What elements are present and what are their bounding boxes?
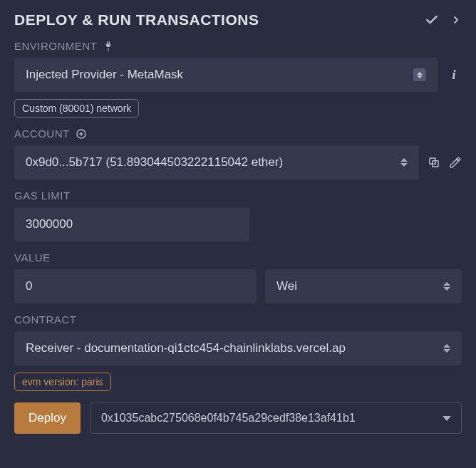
environment-select[interactable]: Injected Provider - MetaMask [14,58,438,92]
account-select[interactable]: 0x9d0...5b717 (51.893044503222115042 eth… [14,145,419,180]
gas-limit-label: GAS LIMIT [14,189,71,202]
account-section: ACCOUNT 0x9d0...5b717 (51.89304450322211… [14,128,462,180]
deploy-address-value: 0x1035cabc275068e0f4b745a29cedf38e13af41… [101,412,356,425]
panel-header: DEPLOY & RUN TRANSACTIONS [14,11,462,28]
deploy-button[interactable]: Deploy [14,402,81,434]
value-input[interactable] [14,269,257,303]
contract-selected: Receiver - documentation-qi1ctc454-chain… [26,341,443,355]
account-label: ACCOUNT [14,128,70,140]
updown-icon [443,344,450,353]
plug-icon [103,41,114,52]
evm-version-badge: evm version: paris [14,373,111,391]
edit-icon[interactable] [449,156,462,169]
value-section: VALUE Wei [14,251,462,303]
account-selected: 0x9d0...5b717 (51.893044503222115042 eth… [26,155,283,170]
network-badge: Custom (80001) network [14,99,139,118]
contract-label: CONTRACT [14,313,76,326]
environment-selected: Injected Provider - MetaMask [26,68,183,82]
gas-limit-section: GAS LIMIT [14,189,462,241]
add-account-icon[interactable] [76,128,87,140]
updown-icon [413,68,426,81]
environment-label: ENVIRONMENT [14,40,97,52]
updown-icon [400,158,408,167]
contract-select[interactable]: Receiver - documentation-qi1ctc454-chain… [14,331,462,365]
value-label: VALUE [14,251,51,264]
header-actions [425,13,462,27]
environment-section: ENVIRONMENT Injected Provider - MetaMask… [14,40,462,118]
check-icon[interactable] [425,13,439,27]
contract-section: CONTRACT Receiver - documentation-qi1ctc… [14,313,462,434]
gas-limit-input[interactable] [14,207,249,241]
value-unit-selected: Wei [276,279,297,293]
updown-icon [443,282,450,291]
copy-icon[interactable] [428,156,440,169]
deploy-panel: DEPLOY & RUN TRANSACTIONS ENVIRONMENT In… [0,0,476,455]
value-unit-select[interactable]: Wei [265,269,462,303]
page-title: DEPLOY & RUN TRANSACTIONS [14,11,259,28]
chevron-down-icon [443,416,451,421]
chevron-right-icon[interactable] [450,14,462,26]
deploy-address-field[interactable]: 0x1035cabc275068e0f4b745a29cedf38e13af41… [90,402,462,434]
info-icon[interactable]: i [446,68,462,83]
